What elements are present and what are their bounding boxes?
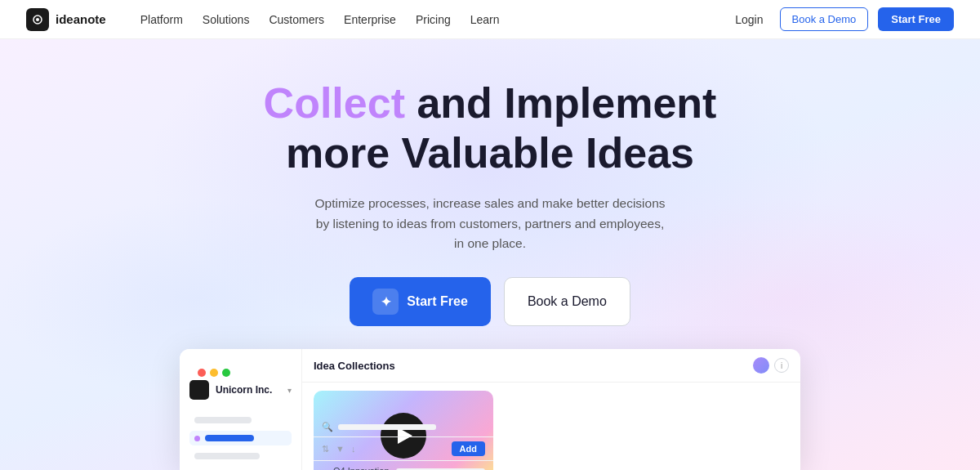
hero-title-collect: Collect: [264, 79, 405, 127]
dot-red: [198, 369, 206, 377]
navbar: ideanote Platform Solutions Customers En…: [0, 0, 980, 39]
login-button[interactable]: Login: [728, 8, 769, 31]
chevron-down-icon: ▾: [287, 386, 292, 395]
card-search-bar: 🔍: [314, 418, 493, 437]
list-item[interactable]: ○ Q4 Innovation: [314, 461, 493, 470]
hero-subtitle: Optimize processes, increase sales and m…: [310, 194, 670, 254]
hero-section: Collect and Implement more Valuable Idea…: [0, 39, 980, 470]
hero-content: Collect and Implement more Valuable Idea…: [264, 39, 717, 326]
dot-green: [222, 369, 230, 377]
app-preview: Unicorn Inc. ▾ Idea Collections: [180, 349, 800, 470]
app-main-title: Idea Collections: [314, 360, 395, 372]
app-toolbar: ⇅ ▼ ↓ Add: [314, 437, 493, 461]
sidebar-line-1: [194, 417, 252, 423]
add-button[interactable]: Add: [452, 441, 485, 456]
nav-customers[interactable]: Customers: [261, 8, 332, 31]
search-icon: 🔍: [322, 422, 333, 432]
sidebar-dot-active: [194, 436, 200, 441]
start-free-button-hero[interactable]: ✦ Start Free: [350, 277, 491, 326]
app-sidebar: Unicorn Inc. ▾: [180, 349, 302, 470]
list-item-icon: ○: [322, 467, 327, 470]
sparkle-icon: ✦: [372, 289, 399, 315]
search-placeholder-line: [338, 424, 436, 430]
start-free-button-nav[interactable]: Start Free: [878, 7, 954, 31]
book-demo-button-hero[interactable]: Book a Demo: [504, 277, 630, 326]
window-dots: [189, 362, 292, 380]
avatar-icon: [753, 357, 769, 374]
toolbar-icons: ⇅ ▼ ↓: [322, 444, 355, 454]
app-main-header: Idea Collections i: [302, 349, 800, 383]
sidebar-item-2-active[interactable]: [189, 431, 292, 445]
svg-point-1: [36, 18, 39, 21]
app-main-icons: i: [753, 357, 789, 374]
sidebar-line-3: [194, 453, 260, 459]
book-demo-button-nav[interactable]: Book a Demo: [780, 7, 869, 31]
hero-title-implement: Implement: [504, 79, 716, 127]
sidebar-company: Unicorn Inc.: [216, 384, 281, 396]
nav-links: Platform Solutions Customers Enterprise …: [132, 8, 729, 31]
sidebar-header: Unicorn Inc. ▾: [189, 380, 292, 400]
sort-icon[interactable]: ⇅: [322, 444, 329, 454]
logo-icon: [26, 8, 49, 31]
export-icon[interactable]: ↓: [351, 444, 356, 454]
nav-right: Login Book a Demo Start Free: [728, 7, 954, 31]
app-card-area: 🔍 ⇅ ▼ ↓ Add ○: [302, 383, 800, 470]
info-icon[interactable]: i: [774, 358, 789, 373]
sidebar-item-4: [189, 467, 292, 470]
nav-pricing[interactable]: Pricing: [408, 8, 459, 31]
nav-platform[interactable]: Platform: [132, 8, 191, 31]
nav-solutions[interactable]: Solutions: [194, 8, 258, 31]
gradient-card[interactable]: 🔍 ⇅ ▼ ↓ Add ○: [314, 391, 493, 470]
filter-icon[interactable]: ▼: [336, 444, 345, 454]
hero-buttons: ✦ Start Free Book a Demo: [350, 277, 630, 326]
hero-title: Collect and Implement more Valuable Idea…: [264, 78, 717, 179]
sidebar-item-1: [189, 413, 292, 427]
sidebar-active-line: [205, 435, 254, 441]
dot-yellow: [210, 369, 218, 377]
start-free-label: Start Free: [407, 294, 468, 309]
hero-title-valuable: Valuable Ideas: [402, 129, 694, 177]
list-item-label: Q4 Innovation: [333, 466, 390, 470]
logo[interactable]: ideanote: [26, 8, 106, 31]
sidebar-avatar: [189, 380, 209, 400]
logo-text: ideanote: [56, 12, 106, 26]
app-main-panel: Idea Collections i 🔍: [302, 349, 800, 470]
sidebar-item-3: [189, 449, 292, 463]
nav-learn[interactable]: Learn: [462, 8, 508, 31]
nav-enterprise[interactable]: Enterprise: [336, 8, 404, 31]
card-bottom: 🔍 ⇅ ▼ ↓ Add ○: [314, 418, 493, 470]
